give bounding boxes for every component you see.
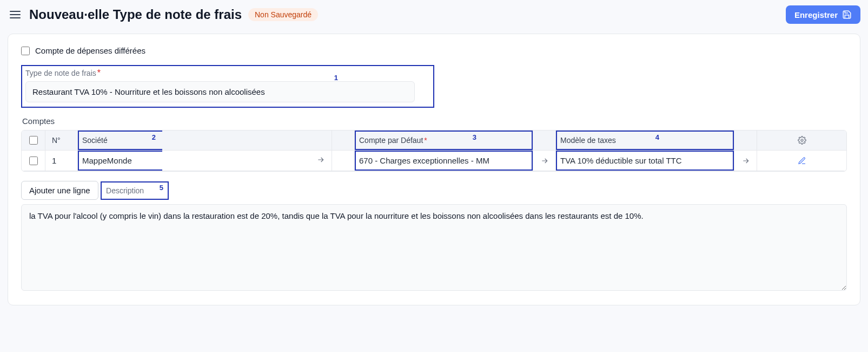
add-row-button[interactable]: Ajouter une ligne (21, 181, 98, 200)
header-default-account: Compte par Défaut* 3 (355, 131, 533, 151)
save-button-label: Enregistrer (794, 10, 838, 19)
row-arrow-1 (332, 151, 355, 171)
header-company-label: Société (82, 136, 108, 145)
deferred-expense-label: Compte de dépenses différées (35, 46, 145, 55)
row-tax-model[interactable]: TVA 10% déductible sur total TTC (556, 151, 734, 171)
table-row: 1 MappeMonde 670 - Charges exceptionnell… (22, 151, 846, 171)
row-company-value: MappeMonde (82, 156, 132, 165)
header-num: N° (45, 131, 78, 151)
annotation-3: 3 (473, 133, 476, 141)
unsaved-badge: Non Sauvegardé (248, 8, 318, 21)
accounts-table: N° Société 2 Compte par Défaut* 3 Modèle… (21, 130, 847, 172)
annotation-1: 1 (334, 74, 338, 82)
deferred-expense-row: Compte de dépenses différées (21, 46, 847, 55)
row-company[interactable]: MappeMonde (78, 151, 332, 171)
header-company: Société 2 (78, 131, 332, 151)
header-tax-model-label: Modèle de taxes (560, 136, 616, 145)
annotation-2: 2 (152, 133, 156, 141)
row-checkbox[interactable] (29, 157, 38, 165)
header-tax-model: Modèle de taxes 4 (556, 131, 734, 151)
save-button[interactable]: Enregistrer (786, 5, 860, 24)
deferred-expense-checkbox[interactable] (21, 47, 30, 55)
expense-type-label: Type de note de frais (25, 69, 96, 77)
header-actions (757, 131, 846, 151)
arrow-right-icon[interactable] (316, 155, 325, 164)
description-label-wrap: Description 5 (101, 181, 169, 200)
row-arrow-3 (734, 151, 757, 171)
row-tax-model-value: TVA 10% déductible sur total TTC (560, 156, 682, 165)
description-label: Description (106, 186, 144, 195)
row-default-account[interactable]: 670 - Charges exceptionnelles - MM (355, 151, 533, 171)
menu-icon[interactable] (8, 9, 23, 21)
select-all-checkbox[interactable] (29, 136, 38, 145)
row-arrow-2 (533, 151, 556, 171)
edit-icon[interactable] (798, 157, 806, 165)
row-default-account-value: 670 - Charges exceptionnelles - MM (359, 156, 489, 165)
expense-type-field: 1 Type de note de frais* (21, 65, 847, 108)
header-select-all (22, 131, 45, 151)
table-header-row: N° Société 2 Compte par Défaut* 3 Modèle… (22, 131, 846, 151)
row-actions (757, 151, 846, 171)
arrow-right-icon[interactable] (540, 157, 549, 165)
expense-type-input[interactable] (25, 81, 415, 102)
header-arrow-1 (332, 131, 355, 151)
page-title: Nouveau·elle Type de note de frais (29, 7, 242, 22)
header-default-account-label: Compte par Défaut (359, 136, 423, 145)
row-num: 1 (45, 151, 78, 171)
required-marker: * (97, 68, 101, 77)
row-select-cell (22, 151, 45, 171)
header-arrow-2 (533, 131, 556, 151)
form-card: Compte de dépenses différées 1 Type de n… (8, 34, 860, 305)
save-icon (842, 10, 852, 19)
accounts-section-label: Comptes (22, 116, 847, 126)
arrow-right-icon[interactable] (741, 157, 750, 165)
svg-point-0 (801, 139, 803, 141)
header-arrow-3 (734, 131, 757, 151)
required-marker: * (424, 136, 427, 145)
annotation-4: 4 (655, 133, 659, 141)
annotation-5: 5 (160, 184, 163, 192)
description-textarea[interactable] (21, 204, 847, 291)
gear-icon[interactable] (798, 136, 806, 145)
top-bar: Nouveau·elle Type de note de frais Non S… (8, 5, 860, 24)
